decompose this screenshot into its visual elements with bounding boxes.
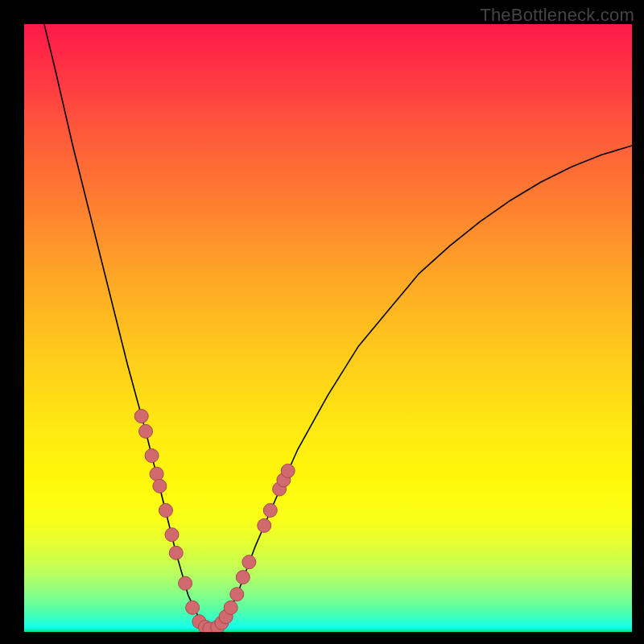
chart-svg <box>24 24 632 632</box>
marker-group <box>134 409 295 632</box>
bottleneck-curve <box>44 24 632 629</box>
data-marker <box>134 409 148 423</box>
plot-area <box>24 24 632 632</box>
data-marker <box>159 504 172 518</box>
data-marker <box>224 601 237 614</box>
data-marker <box>230 588 244 601</box>
data-marker <box>179 576 192 590</box>
data-marker <box>186 601 200 614</box>
data-marker <box>242 555 256 569</box>
data-marker <box>145 449 159 463</box>
data-marker <box>263 504 277 518</box>
data-marker <box>153 479 167 493</box>
chart-container: TheBottleneck.com <box>0 0 644 644</box>
data-marker <box>236 571 250 584</box>
watermark-text: TheBottleneck.com <box>480 5 634 26</box>
data-marker <box>258 518 271 532</box>
data-marker <box>165 528 179 542</box>
data-marker <box>281 464 295 477</box>
data-marker <box>150 467 163 481</box>
data-marker <box>139 424 153 438</box>
data-marker <box>169 546 183 559</box>
